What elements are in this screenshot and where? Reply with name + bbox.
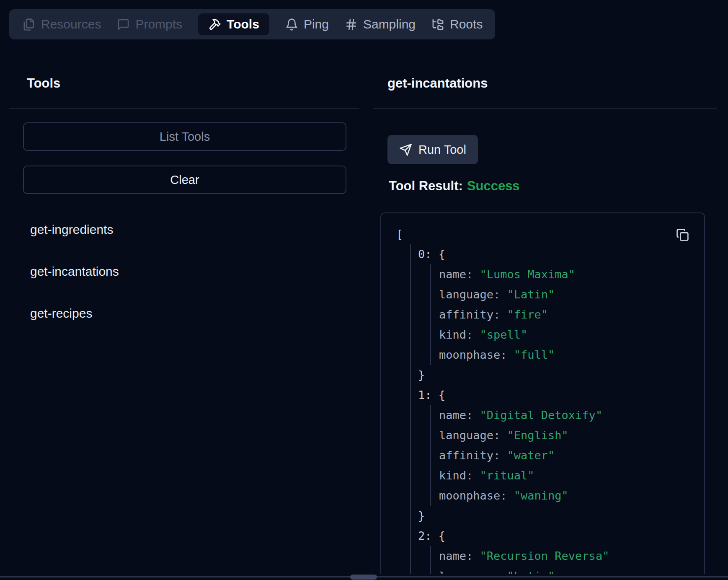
json-key: kind:	[439, 469, 473, 482]
tab-label: Prompts	[135, 18, 182, 31]
json-row: }	[381, 506, 704, 526]
json-punct: }	[418, 368, 425, 381]
copy-result-button[interactable]	[676, 228, 689, 241]
json-row: kind: "ritual"	[381, 466, 704, 486]
json-str: "Digital Detoxify"	[473, 409, 602, 422]
tab-sampling[interactable]: Sampling	[345, 18, 416, 31]
result-json-box: [0: {name: "Lumos Maxima"language: "Lati…	[380, 212, 705, 580]
send-icon	[399, 143, 412, 156]
json-str: "English"	[500, 429, 568, 442]
clear-button[interactable]: Clear	[23, 166, 346, 194]
bell-icon	[285, 18, 298, 31]
json-row: 0: {	[381, 244, 704, 264]
tab-label: Sampling	[363, 18, 416, 31]
run-tool-label: Run Tool	[418, 143, 466, 157]
list-tools-button[interactable]: List Tools	[23, 122, 346, 151]
app-window: Resources Prompts Tools Ping	[0, 0, 728, 580]
tools-panel-title: Tools	[27, 75, 359, 92]
hash-icon	[345, 18, 358, 31]
tab-prompts: Prompts	[117, 18, 182, 31]
json-str: "ritual"	[473, 469, 534, 482]
folder-tree-icon	[431, 18, 444, 31]
copy-icon	[676, 228, 689, 241]
json-str: "Lumos Maxima"	[473, 268, 575, 281]
json-key: moonphase:	[439, 489, 507, 502]
tab-bar: Resources Prompts Tools Ping	[9, 9, 495, 39]
json-punct: 2: {	[418, 529, 445, 542]
json-punct: }	[418, 509, 425, 522]
tab-roots[interactable]: Roots	[431, 18, 483, 31]
json-row: kind: "spell"	[381, 325, 704, 345]
json-str: "Recursion Reversa"	[473, 549, 609, 562]
files-icon	[23, 18, 36, 31]
json-str: "fire"	[500, 308, 548, 321]
tool-detail-panel: get-incantations Run Tool Tool Result:Su…	[373, 75, 717, 92]
hammer-icon	[208, 18, 221, 31]
json-row: moonphase: "waning"	[381, 486, 704, 506]
tool-list-item-get-ingredients[interactable]: get-ingredients	[30, 221, 113, 238]
json-key: affinity:	[439, 449, 500, 462]
tool-detail-divider	[373, 108, 717, 109]
tool-result-status: Success	[467, 179, 520, 193]
json-row: name: "Lumos Maxima"	[381, 264, 704, 285]
json-key: language:	[439, 429, 500, 442]
json-key: language:	[439, 288, 500, 301]
json-key: kind:	[439, 328, 473, 341]
tab-label: Roots	[450, 18, 483, 31]
json-tree: [0: {name: "Lumos Maxima"language: "Lati…	[381, 213, 704, 580]
json-key: name:	[439, 549, 473, 562]
tools-panel: Tools List Tools Clear get-ingredients g…	[9, 75, 359, 92]
json-row: moonphase: "full"	[381, 345, 704, 365]
json-key: affinity:	[439, 308, 500, 321]
tab-resources: Resources	[23, 18, 101, 31]
tool-result-line: Tool Result:Success	[389, 179, 520, 194]
tool-list-item-get-incantations[interactable]: get-incantations	[30, 263, 119, 280]
json-str: "full"	[507, 348, 555, 361]
json-row: 2: {	[381, 526, 704, 546]
json-row: name: "Digital Detoxify"	[381, 405, 704, 425]
message-square-icon	[117, 18, 130, 31]
tab-label: Tools	[227, 18, 259, 31]
tab-label: Ping	[304, 18, 329, 31]
scrollbar-thumb[interactable]	[350, 575, 377, 580]
json-row: 1: {	[381, 385, 704, 405]
horizontal-scrollbar	[0, 574, 728, 580]
json-key: name:	[439, 268, 473, 281]
run-tool-button[interactable]: Run Tool	[387, 135, 478, 164]
tool-list-item-get-recipes[interactable]: get-recipes	[30, 305, 92, 322]
tab-label: Resources	[41, 18, 101, 31]
tab-ping[interactable]: Ping	[285, 18, 329, 31]
json-row: }	[381, 365, 704, 385]
json-str: "spell"	[473, 328, 527, 341]
json-punct: 1: {	[418, 388, 445, 401]
tools-panel-divider	[9, 108, 359, 109]
json-row: [	[381, 224, 704, 244]
json-str: "Latin"	[500, 288, 555, 301]
json-row: affinity: "fire"	[381, 305, 704, 325]
json-key: moonphase:	[439, 348, 507, 361]
json-str: "waning"	[507, 489, 568, 502]
json-punct: 0: {	[418, 248, 445, 261]
json-str: "water"	[500, 449, 555, 462]
json-row: name: "Recursion Reversa"	[381, 546, 704, 566]
json-row: language: "Latin"	[381, 285, 704, 305]
json-row: language: "English"	[381, 425, 704, 445]
json-row: affinity: "water"	[381, 445, 704, 466]
tab-tools[interactable]: Tools	[198, 13, 269, 35]
selected-tool-title: get-incantations	[387, 75, 717, 92]
json-punct: [	[396, 228, 403, 241]
json-key: name:	[439, 409, 473, 422]
tool-result-label: Tool Result:	[389, 179, 463, 193]
